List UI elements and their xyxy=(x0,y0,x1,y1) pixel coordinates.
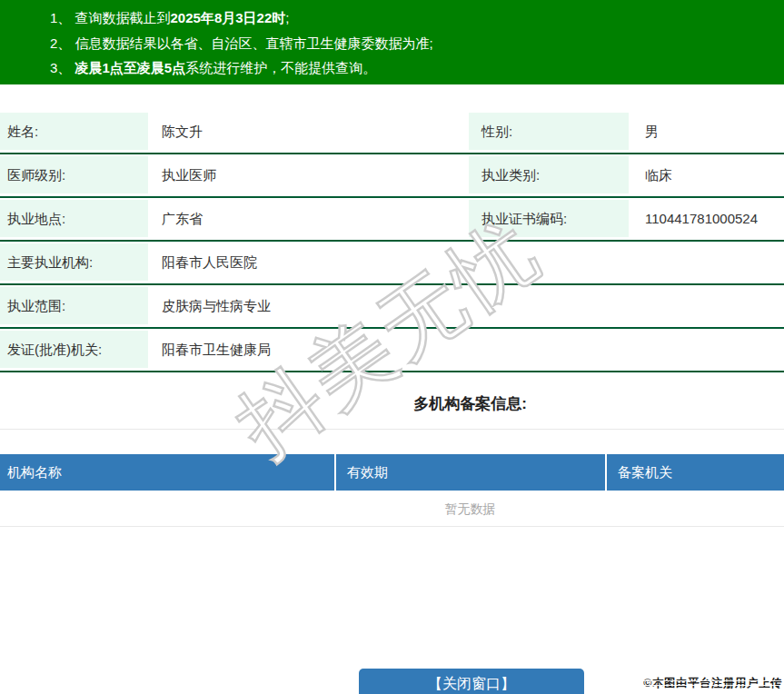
notice-line: 2、 信息数据结果以各省、自治区、直辖市卫生健康委数据为准; xyxy=(50,31,775,56)
notice-segment: 3、 xyxy=(50,60,75,75)
backup-section-title: 多机构备案信息: xyxy=(413,395,527,412)
info-value: 执业医师 xyxy=(148,154,469,196)
info-row: 执业范围:皮肤病与性病专业 xyxy=(0,285,784,329)
notice-segment: 凌晨1点至凌晨5点 xyxy=(75,60,186,75)
notice-segment: 系统进行维护，不能提供查询。 xyxy=(185,60,376,75)
info-value: 广东省 xyxy=(148,198,469,240)
info-value: 阳春市卫生健康局 xyxy=(148,329,784,371)
backup-table-header-row: 机构名称有效期备案机关 xyxy=(0,454,784,491)
info-value: 皮肤病与性病专业 xyxy=(148,285,784,327)
backup-section-header: 多机构备案信息: xyxy=(0,372,784,430)
close-window-button[interactable]: 【关闭窗口】 xyxy=(359,669,584,694)
notice-line: 3、 凌晨1点至凌晨5点系统进行维护，不能提供查询。 xyxy=(50,55,775,81)
notice-line: 1、 查询数据截止到2025年8月3日22时; xyxy=(50,5,775,31)
practitioner-info-table: 姓名:陈文升性别:男医师级别:执业医师执业类别:临床执业地点:广东省执业证书编码… xyxy=(0,111,784,372)
notice-banner: 1、 查询数据截止到2025年8月3日22时;2、 信息数据结果以各省、自治区、… xyxy=(0,0,784,84)
query-result-page: 1、 查询数据截止到2025年8月3日22时;2、 信息数据结果以各省、自治区、… xyxy=(0,0,784,694)
backup-column-header: 备案机关 xyxy=(607,454,784,491)
info-row: 执业地点:广东省执业证书编码:110441781000524 xyxy=(0,198,784,242)
info-row: 主要执业机构:阳春市人民医院 xyxy=(0,242,784,285)
upload-credit-text: ©本图由平台注册用户上传 xyxy=(643,676,782,691)
info-value: 临床 xyxy=(629,154,784,196)
info-label: 姓名: xyxy=(0,111,148,153)
backup-column-header: 机构名称 xyxy=(0,454,336,491)
info-label: 执业证书编码: xyxy=(469,198,629,240)
info-label: 执业地点: xyxy=(0,198,148,240)
backup-table-empty-message: 暂无数据 xyxy=(0,491,784,527)
notice-segment: 2、 信息数据结果以各省、自治区、直辖市卫生健康委数据为准; xyxy=(50,35,433,51)
backup-institutions-table: 机构名称有效期备案机关 暂无数据 xyxy=(0,454,784,527)
info-value: 110441781000524 xyxy=(629,198,784,240)
info-label: 主要执业机构: xyxy=(0,242,148,283)
info-label: 性别: xyxy=(469,111,629,153)
backup-column-header: 有效期 xyxy=(336,454,607,491)
info-label: 执业类别: xyxy=(469,154,629,196)
info-row: 姓名:陈文升性别:男 xyxy=(0,111,784,154)
info-value: 阳春市人民医院 xyxy=(148,242,784,283)
notice-segment: ; xyxy=(285,10,289,25)
info-row: 发证(批准)机关:阳春市卫生健康局 xyxy=(0,329,784,372)
info-value: 陈文升 xyxy=(148,111,469,153)
notice-list: 1、 查询数据截止到2025年8月3日22时;2、 信息数据结果以各省、自治区、… xyxy=(50,5,775,81)
info-value: 男 xyxy=(629,111,784,153)
info-label: 发证(批准)机关: xyxy=(0,329,148,371)
info-label: 执业范围: xyxy=(0,285,148,327)
info-row: 医师级别:执业医师执业类别:临床 xyxy=(0,154,784,198)
info-label: 医师级别: xyxy=(0,154,148,196)
notice-segment: 1、 查询数据截止到 xyxy=(50,10,171,25)
notice-segment: 2025年8月3日22时 xyxy=(171,10,286,25)
